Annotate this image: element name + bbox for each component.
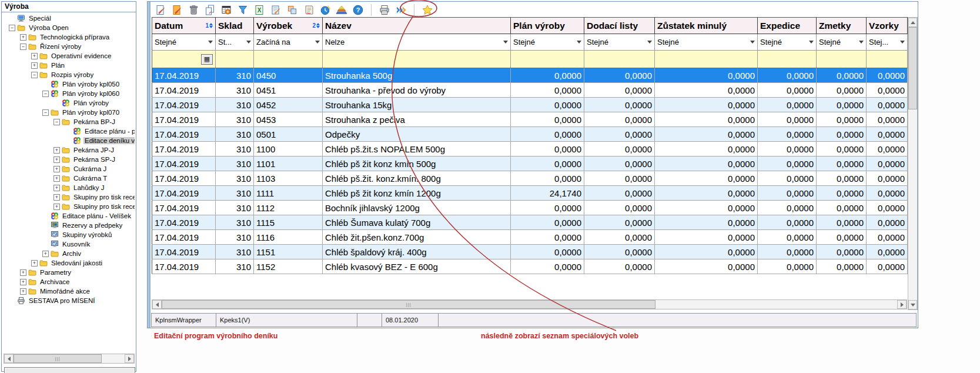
tree-item[interactable]: −Pekárna BP-J: [3, 117, 135, 126]
table-row[interactable]: 17.04.20193101101Chléb pš žit konz kmín …: [152, 156, 908, 171]
new-record-button[interactable]: [153, 3, 168, 17]
filter-dropdown[interactable]: St...: [218, 36, 251, 49]
tree-item[interactable]: +Archivace: [3, 277, 135, 287]
expand-icon[interactable]: +: [20, 288, 26, 295]
expand-icon[interactable]: +: [53, 204, 60, 210]
expand-icon[interactable]: +: [53, 147, 60, 154]
tree-item[interactable]: Rezervy a předpeky: [3, 221, 135, 230]
table-row[interactable]: 17.04.20193100452Strouhanka 15kg0,00000,…: [152, 98, 908, 112]
scroll-thumb[interactable]: |||: [14, 354, 102, 363]
collapse-icon[interactable]: −: [53, 119, 60, 125]
table-row[interactable]: 17.04.20193101116Chléb žit.pšen.konz.700…: [152, 230, 908, 245]
table-row[interactable]: 17.04.20193100453Strouhanka z pečiva0,00…: [152, 112, 908, 127]
copy-record-button[interactable]: [203, 3, 217, 17]
column-header[interactable]: Zůstatek minulý: [655, 18, 758, 34]
tree-item[interactable]: +Mimořádné akce: [3, 287, 135, 296]
tree-item[interactable]: SESTAVA pro MÍSENÍ: [3, 296, 135, 305]
expand-icon[interactable]: +: [20, 279, 26, 285]
tree-item[interactable]: +Operativní evidence: [3, 51, 135, 61]
table-row[interactable]: 17.04.20193101112Bochník jihlavský 1200g…: [152, 201, 908, 215]
expand-icon[interactable]: +: [53, 194, 60, 201]
tree-item[interactable]: +Pekárna SP-J: [3, 155, 135, 164]
column-header[interactable]: Sklad: [216, 18, 254, 34]
expand-icon[interactable]: +: [31, 260, 38, 267]
column-header[interactable]: Expedice: [758, 18, 817, 34]
fast-forward-button[interactable]: [394, 3, 408, 17]
collapse-icon[interactable]: −: [31, 72, 38, 78]
help-button[interactable]: ?: [351, 3, 365, 17]
tree-item[interactable]: Plán výroby kpl050: [3, 79, 135, 89]
tree-item[interactable]: Editace deníku výroby: [3, 136, 135, 145]
filter-button[interactable]: [236, 3, 250, 17]
quick-entry-row[interactable]: ▦: [152, 51, 908, 68]
collapse-icon[interactable]: −: [42, 109, 49, 116]
tree-item[interactable]: Editace plánu - pek01J: [3, 126, 135, 136]
table-row[interactable]: 17.04.20193101115Chléb Šumava kulatý 700…: [152, 215, 908, 230]
expand-icon[interactable]: +: [20, 34, 26, 41]
expand-icon[interactable]: +: [20, 269, 26, 276]
table-row[interactable]: 17.04.20193101151Chléb špaldový kráj. 40…: [152, 245, 908, 259]
filter-dropdown[interactable]: Stejné: [657, 36, 755, 49]
excel-export-button[interactable]: X: [252, 3, 266, 17]
filter-dropdown[interactable]: Začíná na: [256, 36, 320, 49]
filter-dropdown[interactable]: Stej...: [869, 36, 905, 49]
tree-item[interactable]: +Skupiny pro tisk receptur 1: [3, 202, 135, 211]
expand-icon[interactable]: +: [53, 175, 60, 182]
edit-record-button[interactable]: [170, 3, 184, 17]
grid-h-scrollbar[interactable]: |||: [152, 299, 907, 309]
table-row[interactable]: 17.04.20193101100Chléb pš.žit.s NOPALEM …: [152, 142, 908, 156]
delete-record-button[interactable]: [186, 3, 200, 17]
tree-item[interactable]: −Rozpis výroby: [3, 70, 135, 79]
tree-item[interactable]: Editace plánu - Velíšek: [3, 211, 135, 221]
tree-item[interactable]: +Parametry: [3, 268, 135, 277]
print-button[interactable]: [377, 3, 392, 17]
column-header[interactable]: Dodací listy: [584, 18, 655, 34]
filter-dropdown[interactable]: Stejné: [587, 36, 652, 49]
tree-item[interactable]: +Lahůdky J: [3, 183, 135, 192]
edit-note-button[interactable]: [269, 3, 283, 17]
tree-item[interactable]: +Skupiny pro tisk receptur: [3, 192, 135, 202]
column-header[interactable]: Datum1: [152, 18, 216, 34]
collapse-icon[interactable]: −: [42, 91, 49, 97]
table-row[interactable]: 17.04.20193100450Strouhanka 500g0,00000,…: [152, 68, 908, 83]
table-settings-button[interactable]: [219, 3, 233, 17]
calendar-grid-button[interactable]: ▦: [201, 54, 213, 65]
expand-icon[interactable]: +: [31, 62, 38, 69]
tree-item[interactable]: Speciál: [3, 14, 135, 23]
filter-dropdown[interactable]: Stejné: [155, 36, 213, 49]
panel-splitter[interactable]: [148, 2, 150, 328]
column-header[interactable]: Vzorky: [867, 18, 908, 34]
special-functions-button[interactable]: [420, 3, 434, 17]
collapse-icon[interactable]: −: [9, 25, 15, 31]
tree-item[interactable]: +Technologická příprava: [3, 32, 135, 42]
table-row[interactable]: 17.04.20193101103Chléb pš.žit. konz.kmín…: [152, 171, 908, 186]
tree-item[interactable]: +Pekárna JP-J: [3, 145, 135, 155]
scroll-right-button[interactable]: [897, 300, 907, 309]
expand-icon[interactable]: +: [53, 156, 60, 163]
tree-item[interactable]: Plán výroby: [3, 98, 135, 108]
expand-icon[interactable]: +: [42, 251, 49, 257]
report-button[interactable]: [302, 3, 316, 17]
expand-icon[interactable]: +: [31, 53, 38, 59]
scroll-up-button[interactable]: [908, 18, 917, 27]
tree-item[interactable]: +Archiv: [3, 249, 135, 258]
expand-icon[interactable]: +: [53, 185, 60, 191]
tree-item[interactable]: −Plán výroby kpl060: [3, 89, 135, 98]
column-header[interactable]: Plán výroby: [511, 18, 584, 34]
column-header[interactable]: Název: [323, 18, 511, 34]
tree-item[interactable]: +Sledování jakosti: [3, 258, 135, 268]
scroll-left-button[interactable]: [152, 300, 162, 309]
tree-item[interactable]: −Výroba Open: [3, 23, 135, 32]
tree-item[interactable]: −Plán výroby kpl070: [3, 108, 135, 117]
grid-v-scrollbar[interactable]: [908, 17, 918, 310]
tree-item[interactable]: +Cukrárna J: [3, 164, 135, 174]
tree-item[interactable]: Kusovník: [3, 239, 135, 249]
expand-icon[interactable]: +: [53, 166, 60, 172]
scroll-thumb[interactable]: |||: [162, 300, 655, 309]
filter-dropdown[interactable]: Stejné: [760, 36, 814, 49]
filter-dropdown[interactable]: Stejné: [819, 36, 864, 49]
table-row[interactable]: 17.04.20193101111Chléb pš žit konz kmín …: [152, 186, 908, 201]
tree-item[interactable]: Skupiny výrobků: [3, 230, 135, 239]
tree-item[interactable]: +Cukrárna T: [3, 174, 135, 183]
tree-item[interactable]: +Plán: [3, 61, 135, 70]
